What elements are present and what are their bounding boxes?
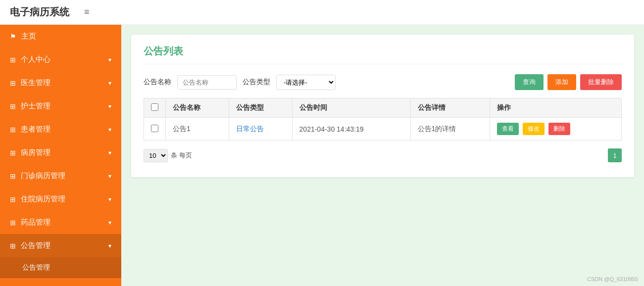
app-title: 电子病历系统 — [10, 5, 69, 19]
table-row: 公告1 日常公告 2021-04-30 14:43:19 公告1的详情 查看 修… — [144, 118, 622, 141]
sidebar-label-patient: 患者管理 — [21, 125, 50, 134]
grid-icon-outpatient: ⊞ — [10, 172, 16, 180]
cell-name: 公告1 — [166, 118, 229, 141]
col-header-name: 公告名称 — [166, 98, 229, 118]
sidebar-sub-label-notice-manage: 公告管理 — [22, 263, 50, 271]
pagination-bar: 10 20 50 条 每页 1 — [144, 148, 622, 162]
type-filter-select[interactable]: -请选择- 日常公告 紧急公告 通知公告 — [276, 75, 336, 90]
grid-icon-medicine: ⊞ — [10, 219, 16, 227]
cell-actions: 查看 修改 删除 — [490, 118, 622, 141]
grid-icon-ward: ⊞ — [10, 149, 16, 157]
sidebar-item-ward[interactable]: ⊞ 病房管理 ▾ — [0, 141, 121, 164]
sidebar-item-notice[interactable]: ⊞ 公告管理 ▾ — [0, 234, 121, 257]
header-checkbox-cell — [144, 98, 166, 118]
header: 电子病历系统 ≡ — [0, 0, 644, 25]
col-header-time: 公告时间 — [292, 98, 410, 118]
col-header-action: 操作 — [490, 98, 622, 118]
sidebar-label-inpatient: 住院病历管理 — [21, 194, 65, 204]
batch-delete-button[interactable]: 批量删除 — [580, 74, 622, 90]
sidebar-label-outpatient: 门诊病历管理 — [21, 171, 65, 181]
sidebar-label-nurse: 护士管理 — [21, 101, 50, 111]
chevron-down-icon-nurse: ▾ — [108, 103, 111, 110]
per-page-select[interactable]: 10 20 50 — [144, 149, 168, 162]
delete-button[interactable]: 删除 — [548, 123, 570, 135]
sidebar-item-doctor[interactable]: ⊞ 医生管理 ▾ — [0, 71, 121, 95]
menu-toggle-icon[interactable]: ≡ — [84, 7, 90, 17]
sidebar-label-medicine: 药品管理 — [21, 218, 50, 227]
sidebar: ⚑ 主页 ⊞ 个人中心 ▾ ⊞ 医生管理 ▾ ⊞ 护士管理 ▾ — [0, 25, 121, 286]
sidebar-item-home[interactable]: ⚑ 主页 — [0, 25, 121, 48]
row-checkbox[interactable] — [151, 125, 158, 132]
flag-icon: ⚑ — [10, 33, 16, 41]
sidebar-item-inpatient[interactable]: ⊞ 住院病历管理 ▾ — [0, 188, 121, 211]
grid-icon-doctor: ⊞ — [10, 79, 16, 87]
grid-icon-notice: ⊞ — [10, 242, 16, 250]
edit-button[interactable]: 修改 — [523, 123, 545, 135]
cell-time: 2021-04-30 14:43:19 — [292, 118, 410, 141]
chevron-down-icon-inpatient: ▾ — [108, 196, 111, 203]
grid-icon-patient: ⊞ — [10, 126, 16, 134]
table-body: 公告1 日常公告 2021-04-30 14:43:19 公告1的详情 查看 修… — [144, 118, 622, 141]
sidebar-label-home: 主页 — [21, 32, 36, 41]
page-1-button[interactable]: 1 — [608, 148, 622, 162]
sidebar-sub-item-notice-manage[interactable]: 公告管理 — [0, 257, 121, 278]
name-filter-input[interactable] — [177, 75, 237, 90]
chevron-down-icon-medicine: ▾ — [108, 219, 111, 226]
main-content: 公告列表 公告名称 公告类型 -请选择- 日常公告 紧急公告 通知公告 查询 添… — [121, 25, 644, 286]
view-button[interactable]: 查看 — [497, 123, 519, 135]
grid-icon-personal: ⊞ — [10, 56, 16, 64]
cell-type-link[interactable]: 日常公告 — [236, 125, 264, 133]
grid-icon-inpatient: ⊞ — [10, 195, 16, 203]
chevron-down-icon-ward: ▾ — [108, 149, 111, 156]
sidebar-item-medicine[interactable]: ⊞ 药品管理 ▾ — [0, 211, 121, 234]
watermark: CSDN @Q_6310855 — [587, 276, 638, 282]
type-filter-label: 公告类型 — [243, 78, 270, 87]
content-card: 公告列表 公告名称 公告类型 -请选择- 日常公告 紧急公告 通知公告 查询 添… — [131, 35, 634, 177]
col-header-type: 公告类型 — [229, 98, 292, 118]
chevron-down-icon-notice: ▾ — [108, 242, 111, 249]
col-header-detail: 公告详情 — [410, 98, 490, 118]
sidebar-label-notice: 公告管理 — [21, 241, 50, 250]
table-header-row: 公告名称 公告类型 公告时间 公告详情 操作 — [144, 98, 622, 118]
per-page-label: 条 每页 — [171, 151, 192, 160]
notice-table: 公告名称 公告类型 公告时间 公告详情 操作 公告1 — [144, 98, 622, 141]
filter-bar: 公告名称 公告类型 -请选择- 日常公告 紧急公告 通知公告 查询 添加 批量删… — [144, 74, 622, 90]
add-button[interactable]: 添加 — [547, 74, 576, 90]
layout: ⚑ 主页 ⊞ 个人中心 ▾ ⊞ 医生管理 ▾ ⊞ 护士管理 ▾ — [0, 25, 644, 286]
chevron-down-icon-outpatient: ▾ — [108, 173, 111, 180]
table-header: 公告名称 公告类型 公告时间 公告详情 操作 — [144, 98, 622, 118]
cell-type: 日常公告 — [229, 118, 292, 141]
sidebar-label-ward: 病房管理 — [21, 148, 50, 157]
chevron-down-icon-personal: ▾ — [108, 56, 111, 63]
cell-detail: 公告1的详情 — [410, 118, 490, 141]
sidebar-item-personal[interactable]: ⊞ 个人中心 ▾ — [0, 48, 121, 71]
chevron-down-icon-doctor: ▾ — [108, 80, 111, 87]
sidebar-item-outpatient[interactable]: ⊞ 门诊病历管理 ▾ — [0, 164, 121, 188]
row-checkbox-cell — [144, 118, 166, 141]
sidebar-item-nurse[interactable]: ⊞ 护士管理 ▾ — [0, 95, 121, 118]
sidebar-item-patient[interactable]: ⊞ 患者管理 ▾ — [0, 118, 121, 141]
sidebar-label-doctor: 医生管理 — [21, 78, 50, 88]
select-all-checkbox[interactable] — [151, 103, 158, 111]
name-filter-label: 公告名称 — [144, 78, 171, 87]
grid-icon-nurse: ⊞ — [10, 102, 16, 110]
chevron-down-icon-patient: ▾ — [108, 126, 111, 133]
page-title: 公告列表 — [144, 45, 622, 64]
sidebar-label-personal: 个人中心 — [21, 55, 50, 64]
search-button[interactable]: 查询 — [515, 74, 544, 90]
action-buttons: 查询 添加 批量删除 — [515, 74, 622, 90]
